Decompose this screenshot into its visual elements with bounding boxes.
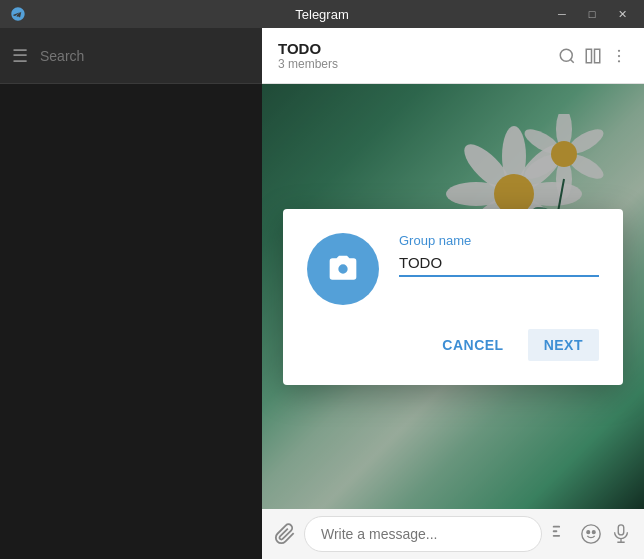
svg-rect-27 <box>553 526 560 528</box>
search-input[interactable] <box>40 40 250 72</box>
cancel-button[interactable]: CANCEL <box>426 329 519 361</box>
svg-point-6 <box>618 60 620 62</box>
svg-line-1 <box>570 59 573 62</box>
more-button[interactable] <box>610 47 628 65</box>
sidebar-content <box>0 84 262 559</box>
svg-point-4 <box>618 49 620 51</box>
hamburger-button[interactable]: ☰ <box>12 45 28 67</box>
columns-button[interactable] <box>584 47 602 65</box>
next-button[interactable]: NEXT <box>528 329 599 361</box>
attach-button[interactable] <box>274 523 296 545</box>
svg-rect-3 <box>595 49 600 63</box>
close-button[interactable]: ✕ <box>608 3 636 25</box>
emoji-button[interactable] <box>580 523 602 545</box>
chat-bottom-bar <box>262 509 644 559</box>
main-layout: ☰ TODO 3 members <box>0 28 644 559</box>
group-name-modal: Group name CANCEL NEXT <box>283 209 623 385</box>
modal-actions: CANCEL NEXT <box>307 329 599 361</box>
chat-header: TODO 3 members <box>262 28 644 84</box>
sidebar-header: ☰ <box>0 28 262 84</box>
chat-actions <box>558 47 628 65</box>
svg-point-5 <box>618 54 620 56</box>
titlebar-title: Telegram <box>295 7 348 22</box>
svg-point-32 <box>592 531 595 534</box>
app-icon <box>8 4 28 24</box>
svg-rect-2 <box>586 49 591 63</box>
sidebar: ☰ <box>0 28 262 559</box>
group-name-input[interactable] <box>399 254 599 277</box>
search-button[interactable] <box>558 47 576 65</box>
svg-point-31 <box>587 531 590 534</box>
chat-name: TODO <box>278 40 338 57</box>
bot-command-button[interactable] <box>550 523 572 545</box>
chat-members: 3 members <box>278 57 338 71</box>
field-label: Group name <box>399 233 599 248</box>
titlebar: Telegram ─ □ ✕ <box>0 0 644 28</box>
right-panel: TODO 3 members <box>262 28 644 559</box>
group-name-field: Group name <box>399 233 599 277</box>
svg-point-0 <box>560 49 572 61</box>
minimize-button[interactable]: ─ <box>548 3 576 25</box>
avatar-upload-button[interactable] <box>307 233 379 305</box>
message-input[interactable] <box>304 516 542 552</box>
svg-point-30 <box>582 525 600 543</box>
modal-body: Group name <box>307 233 599 305</box>
chat-info: TODO 3 members <box>278 40 338 71</box>
svg-rect-29 <box>553 535 560 537</box>
maximize-button[interactable]: □ <box>578 3 606 25</box>
svg-rect-28 <box>553 530 558 532</box>
voice-button[interactable] <box>610 523 632 545</box>
window-controls: ─ □ ✕ <box>548 3 636 25</box>
camera-icon <box>327 253 359 285</box>
svg-rect-33 <box>618 525 624 535</box>
chat-background: Group name CANCEL NEXT <box>262 84 644 509</box>
modal-overlay: Group name CANCEL NEXT <box>262 84 644 509</box>
